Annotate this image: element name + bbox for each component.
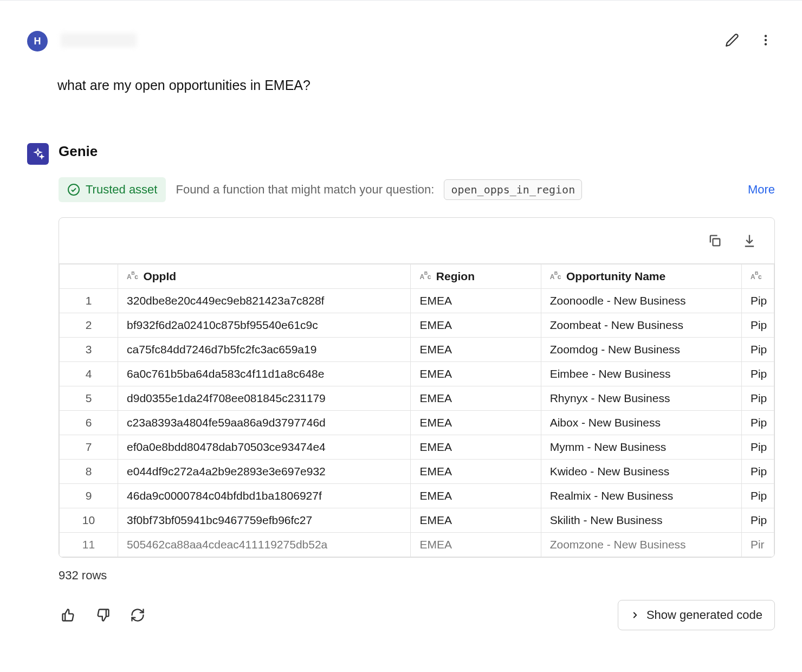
cell-index: 3: [60, 338, 118, 362]
panel-toolbar: [59, 218, 774, 263]
table-row[interactable]: 7ef0a0e8bdd80478dab70503ce93474e4EMEAMym…: [60, 435, 774, 460]
cell-oppname: Eimbee - New Business: [541, 362, 741, 386]
found-function-text: Found a function that might match your q…: [176, 183, 434, 197]
cell-stage: Pip: [741, 289, 774, 313]
user-avatar: H: [27, 31, 48, 51]
svg-point-1: [765, 39, 767, 41]
cell-oppid: ef0a0e8bdd80478dab70503ce93474e4: [118, 435, 411, 460]
column-label: OppId: [143, 270, 176, 283]
cell-region: EMEA: [411, 362, 541, 386]
results-table: ABcOppId ABcRegion ABcOpportunity Name A…: [59, 264, 774, 557]
copy-icon: [707, 233, 722, 248]
download-icon: [742, 233, 757, 248]
cell-region: EMEA: [411, 313, 541, 338]
download-button[interactable]: [740, 231, 759, 250]
footer-bar: Show generated code: [59, 600, 775, 630]
type-string-icon: ABc: [550, 272, 561, 281]
thumbs-up-button[interactable]: [59, 605, 78, 625]
cell-stage: Pip: [741, 386, 774, 411]
assistant-name: Genie: [59, 143, 775, 160]
table-row[interactable]: 8e044df9c272a4a2b9e2893e3e697e932EMEAKwi…: [60, 460, 774, 484]
assistant-avatar: [27, 143, 49, 165]
table-row[interactable]: 2bf932f6d2a02410c875bf95540e61c9cEMEAZoo…: [60, 313, 774, 338]
cell-oppid: ca75fc84dd7246d7b5fc2fc3ac659a19: [118, 338, 411, 362]
type-string-icon: ABc: [419, 272, 430, 281]
edit-button[interactable]: [723, 31, 741, 49]
cell-oppname: Zoomdog - New Business: [541, 338, 741, 362]
column-header-stage[interactable]: ABc: [741, 264, 774, 289]
table-row[interactable]: 6c23a8393a4804fe59aa86a9d3797746dEMEAAib…: [60, 411, 774, 435]
sparkle-icon: [31, 147, 44, 160]
user-message-row: H what are my open opportunities in EMEA…: [27, 1, 775, 100]
table-row[interactable]: 103f0bf73bf05941bc9467759efb96fc27EMEASk…: [60, 508, 774, 533]
refresh-button[interactable]: [128, 605, 147, 625]
copy-button[interactable]: [705, 231, 725, 250]
user-avatar-letter: H: [34, 36, 41, 47]
cell-oppname: Zoomzone - New Business: [541, 533, 741, 557]
cell-region: EMEA: [411, 338, 541, 362]
user-question-text: what are my open opportunities in EMEA?: [57, 77, 775, 93]
user-name-blurred: [61, 33, 137, 47]
table-row[interactable]: 5d9d0355e1da24f708ee081845c231179EMEARhy…: [60, 386, 774, 411]
more-link[interactable]: More: [748, 183, 775, 197]
table-row[interactable]: 11505462ca88aa4cdeac411119275db52aEMEAZo…: [60, 533, 774, 557]
cell-index: 11: [60, 533, 118, 557]
cell-stage: Pip: [741, 508, 774, 533]
cell-region: EMEA: [411, 460, 541, 484]
cell-oppid: 3f0bf73bf05941bc9467759efb96fc27: [118, 508, 411, 533]
pencil-icon: [725, 33, 739, 47]
column-header-index[interactable]: [60, 264, 118, 289]
cell-index: 10: [60, 508, 118, 533]
cell-oppid: 46da9c0000784c04bfdbd1ba1806927f: [118, 484, 411, 508]
cell-oppname: Aibox - New Business: [541, 411, 741, 435]
cell-region: EMEA: [411, 533, 541, 557]
show-generated-code-button[interactable]: Show generated code: [618, 600, 775, 630]
cell-region: EMEA: [411, 289, 541, 313]
type-string-icon: ABc: [751, 272, 761, 281]
cell-index: 7: [60, 435, 118, 460]
cell-oppid: 505462ca88aa4cdeac411119275db52a: [118, 533, 411, 557]
table-row[interactable]: 946da9c0000784c04bfdbd1ba1806927fEMEARea…: [60, 484, 774, 508]
trust-bar: Trusted asset Found a function that migh…: [59, 177, 775, 202]
result-panel: ABcOppId ABcRegion ABcOpportunity Name A…: [59, 217, 775, 558]
cell-stage: Pip: [741, 411, 774, 435]
cell-oppname: Skilith - New Business: [541, 508, 741, 533]
cell-oppname: Zoonoodle - New Business: [541, 289, 741, 313]
cell-index: 4: [60, 362, 118, 386]
svg-point-2: [765, 43, 767, 45]
cell-oppname: Kwideo - New Business: [541, 460, 741, 484]
cell-oppid: d9d0355e1da24f708ee081845c231179: [118, 386, 411, 411]
row-count-text: 932 rows: [59, 568, 775, 583]
check-circle-icon: [67, 183, 80, 196]
trusted-asset-badge: Trusted asset: [59, 177, 166, 202]
cell-index: 2: [60, 313, 118, 338]
svg-point-0: [765, 35, 767, 37]
more-menu-button[interactable]: [756, 31, 775, 49]
cell-stage: Pip: [741, 460, 774, 484]
cell-oppid: 6a0c761b5ba64da583c4f11d1a8c648e: [118, 362, 411, 386]
column-header-oppname[interactable]: ABcOpportunity Name: [541, 264, 741, 289]
column-header-oppid[interactable]: ABcOppId: [118, 264, 411, 289]
thumbs-down-button[interactable]: [93, 605, 113, 625]
table-row[interactable]: 3ca75fc84dd7246d7b5fc2fc3ac659a19EMEAZoo…: [60, 338, 774, 362]
cell-oppname: Mymm - New Business: [541, 435, 741, 460]
cell-region: EMEA: [411, 386, 541, 411]
cell-region: EMEA: [411, 411, 541, 435]
cell-stage: Pip: [741, 435, 774, 460]
table-row[interactable]: 46a0c761b5ba64da583c4f11d1a8c648eEMEAEim…: [60, 362, 774, 386]
cell-index: 9: [60, 484, 118, 508]
cell-region: EMEA: [411, 484, 541, 508]
table-row[interactable]: 1320dbe8e20c449ec9eb821423a7c828fEMEAZoo…: [60, 289, 774, 313]
cell-stage: Pir: [741, 533, 774, 557]
function-chip[interactable]: open_opps_in_region: [444, 179, 582, 200]
refresh-icon: [130, 608, 145, 623]
cell-stage: Pip: [741, 313, 774, 338]
kebab-icon: [759, 33, 773, 47]
column-header-region[interactable]: ABcRegion: [411, 264, 541, 289]
cell-stage: Pip: [741, 338, 774, 362]
results-table-wrap: ABcOppId ABcRegion ABcOpportunity Name A…: [59, 263, 774, 557]
cell-index: 6: [60, 411, 118, 435]
cell-oppid: c23a8393a4804fe59aa86a9d3797746d: [118, 411, 411, 435]
assistant-message-row: Genie Trusted asset Found a function tha…: [27, 100, 775, 630]
cell-index: 1: [60, 289, 118, 313]
